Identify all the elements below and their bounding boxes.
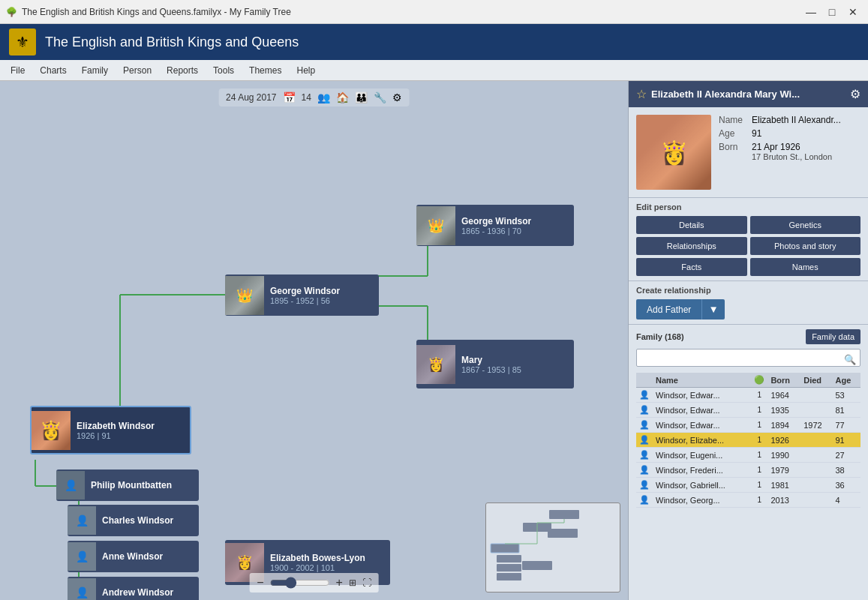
indicator-cell: 1 bbox=[751, 403, 767, 418]
table-row[interactable]: 👤 Windsor, Georg... 1 2013 4 bbox=[636, 493, 860, 508]
andrew-photo: 👤 bbox=[68, 578, 96, 600]
died-cell bbox=[800, 433, 832, 448]
menu-charts[interactable]: Charts bbox=[32, 62, 74, 79]
born-col-header[interactable]: Born bbox=[767, 373, 800, 388]
charles-photo: 👤 bbox=[68, 506, 96, 535]
table-row[interactable]: 👤 Windsor, Frederi... 1 1979 38 bbox=[636, 463, 860, 478]
maximize-button[interactable]: □ bbox=[823, 3, 841, 21]
add-father-button[interactable]: Add Father bbox=[636, 299, 701, 320]
panel-gear-icon[interactable]: ⚙ bbox=[850, 87, 860, 101]
svg-rect-17 bbox=[548, 529, 578, 538]
mary-node[interactable]: 👸 Mary 1867 - 1953 | 85 bbox=[416, 340, 574, 388]
anne-photo: 👤 bbox=[68, 542, 96, 571]
edit-section-title: Edit person bbox=[636, 202, 860, 212]
george-vi-node[interactable]: 👑 George Windsor 1895 - 1952 | 56 bbox=[225, 274, 379, 316]
svg-rect-22 bbox=[522, 561, 552, 570]
charles-node[interactable]: 👤 Charles Windsor bbox=[68, 505, 199, 536]
tree-area[interactable]: 24 Aug 2017 📅 14 👥 🏠 👪 🔧 ⚙ bbox=[0, 81, 628, 600]
svg-rect-18 bbox=[491, 544, 519, 553]
menu-file[interactable]: File bbox=[3, 62, 32, 79]
menu-family[interactable]: Family bbox=[74, 62, 116, 79]
person-summary: 👸 Name Elizabeth II Alexandr... Age 91 B… bbox=[629, 107, 868, 197]
menu-help[interactable]: Help bbox=[289, 62, 323, 79]
person-icon-cell: 👤 bbox=[636, 478, 653, 493]
home-icon[interactable]: 🏠 bbox=[336, 92, 349, 104]
tools-icon[interactable]: 🔧 bbox=[374, 92, 386, 104]
zoom-in-button[interactable]: + bbox=[336, 576, 343, 590]
close-button[interactable]: ✕ bbox=[844, 3, 862, 21]
zoom-out-button[interactable]: − bbox=[257, 576, 263, 590]
details-button[interactable]: Details bbox=[636, 216, 747, 234]
settings-icon[interactable]: ⚙ bbox=[392, 92, 402, 104]
family-table[interactable]: Name 🟢 Born Died Age 👤 Windsor, Edwar...… bbox=[636, 373, 860, 596]
died-col-header[interactable]: Died bbox=[800, 373, 832, 388]
philip-photo: 👤 bbox=[56, 471, 85, 500]
family-data-button[interactable]: Family data bbox=[806, 329, 860, 344]
died-cell bbox=[800, 403, 832, 418]
family-search-input[interactable] bbox=[636, 349, 860, 367]
panel-header: ☆ Elizabeth II Alexandra Mary Wi... ⚙ bbox=[629, 81, 868, 107]
age-col-header[interactable]: Age bbox=[833, 373, 861, 388]
relationships-button[interactable]: Relationships bbox=[636, 237, 747, 255]
table-header-row: Name 🟢 Born Died Age bbox=[636, 373, 860, 388]
person-info: Name Elizabeth II Alexandr... Age 91 Bor… bbox=[719, 115, 860, 190]
table-row[interactable]: 👤 Windsor, Edwar... 1 1894 1972 77 bbox=[636, 418, 860, 433]
family-icon[interactable]: 👪 bbox=[355, 92, 368, 104]
calendar-icon[interactable]: 📅 bbox=[283, 92, 296, 104]
age-row: Age 91 bbox=[719, 128, 860, 139]
add-father-group: Add Father ▼ bbox=[636, 299, 860, 320]
name-col-header2[interactable]: Name bbox=[653, 373, 751, 388]
anne-node[interactable]: 👤 Anne Windsor bbox=[68, 541, 199, 572]
mary-name: Mary bbox=[461, 355, 521, 365]
name-row: Name Elizabeth II Alexandr... bbox=[719, 115, 860, 125]
charles-info: Charles Windsor bbox=[96, 512, 179, 529]
toolbar-count: 14 bbox=[302, 92, 311, 103]
app-logo: ⚜ bbox=[9, 28, 36, 56]
george-v-node[interactable]: 👑 George Windsor 1865 - 1936 | 70 bbox=[416, 205, 574, 246]
photos-button[interactable]: Photos and story bbox=[750, 237, 861, 255]
search-icon: 🔍 bbox=[844, 354, 856, 365]
born-cell: 1990 bbox=[767, 448, 800, 463]
menu-tools[interactable]: Tools bbox=[206, 62, 242, 79]
zoom-controls: − + ⊞ ⛶ bbox=[249, 573, 379, 592]
menu-person[interactable]: Person bbox=[116, 62, 159, 79]
zoom-slider[interactable] bbox=[270, 577, 330, 589]
minimize-button[interactable]: — bbox=[802, 3, 820, 21]
died-cell bbox=[800, 478, 832, 493]
fit-view-button[interactable]: ⊞ bbox=[349, 578, 356, 588]
person-icon-cell: 👤 bbox=[636, 433, 653, 448]
andrew-node[interactable]: 👤 Andrew Windsor bbox=[68, 577, 199, 600]
names-button[interactable]: Names bbox=[750, 258, 861, 276]
genetics-button[interactable]: Genetics bbox=[750, 216, 861, 234]
star-icon[interactable]: ☆ bbox=[636, 87, 647, 101]
person-icon-cell: 👤 bbox=[636, 418, 653, 433]
elizabeth-ii-name: Elizabeth Windsor bbox=[77, 421, 155, 431]
died-cell bbox=[800, 493, 832, 508]
elizabeth-ii-photo: 👸 bbox=[32, 411, 71, 450]
table-row[interactable]: 👤 Windsor, Elizabe... 1 1926 91 bbox=[636, 433, 860, 448]
mini-map-inner bbox=[486, 503, 620, 592]
people-icon[interactable]: 👥 bbox=[317, 92, 330, 104]
facts-button[interactable]: Facts bbox=[636, 258, 747, 276]
titlebar-controls: — □ ✕ bbox=[802, 3, 862, 21]
add-father-dropdown-button[interactable]: ▼ bbox=[701, 299, 724, 320]
table-row[interactable]: 👤 Windsor, Edwar... 1 1964 53 bbox=[636, 388, 860, 403]
born-cell: 1979 bbox=[767, 463, 800, 478]
table-row[interactable]: 👤 Windsor, Edwar... 1 1935 81 bbox=[636, 403, 860, 418]
app-icon: 🌳 bbox=[6, 7, 17, 17]
elizabeth-ii-node[interactable]: 👸 Elizabeth Windsor 1926 | 91 bbox=[30, 406, 191, 454]
table-row[interactable]: 👤 Windsor, Eugeni... 1 1990 27 bbox=[636, 448, 860, 463]
menu-reports[interactable]: Reports bbox=[159, 62, 206, 79]
mini-map[interactable] bbox=[485, 502, 620, 592]
menu-themes[interactable]: Themes bbox=[242, 62, 289, 79]
table-row[interactable]: 👤 Windsor, Gabriell... 1 1981 36 bbox=[636, 478, 860, 493]
person-photo: 👸 bbox=[636, 115, 711, 190]
name-cell: Windsor, Frederi... bbox=[653, 463, 751, 478]
name-cell: Windsor, Gabriell... bbox=[653, 478, 751, 493]
fullscreen-button[interactable]: ⛶ bbox=[362, 578, 371, 588]
philip-node[interactable]: 👤 Philip Mountbatten bbox=[56, 470, 199, 501]
name-cell: Windsor, Eugeni... bbox=[653, 448, 751, 463]
panel-title: Elizabeth II Alexandra Mary Wi... bbox=[651, 88, 850, 100]
anne-info: Anne Windsor bbox=[96, 548, 169, 565]
george-vi-photo: 👑 bbox=[225, 276, 264, 315]
